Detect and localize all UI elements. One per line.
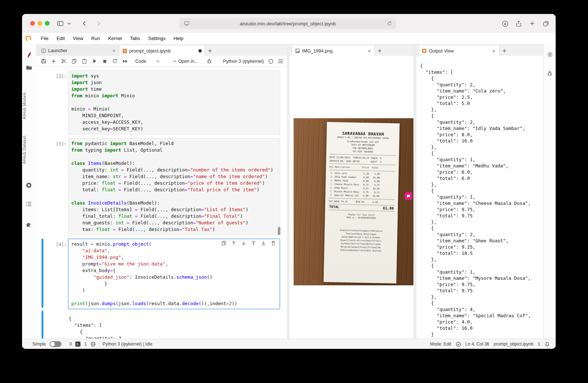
receipt-footer: Thanks For Your Visit BTW no : NL8609305…: [328, 213, 394, 220]
cursor-position[interactable]: Ln 4, Col 36: [466, 342, 490, 347]
extension-manager-icon[interactable]: [22, 221, 36, 228]
terminal-icon: $_: [75, 342, 80, 347]
image-icon: [295, 48, 300, 53]
chevron-down-icon[interactable]: [65, 19, 74, 28]
launcher-icon: [41, 48, 46, 53]
receipt-meta: DATE 21/04/2023 TIME16:45:24 TABLE 8 INV…: [329, 155, 395, 164]
close-icon[interactable]: ×: [112, 48, 116, 53]
share-icon[interactable]: [514, 19, 523, 28]
cell-output-collapser[interactable]: [42, 311, 43, 339]
browser-toolbar: aistudio.min.dev/lab/tree/prompt_object.…: [22, 14, 556, 33]
table-of-contents-icon[interactable]: [22, 201, 36, 207]
running-sessions-icon[interactable]: [22, 182, 36, 188]
cell-type-dropdown[interactable]: Code: [133, 58, 162, 65]
reload-icon[interactable]: [387, 21, 392, 26]
close-icon[interactable]: ×: [492, 48, 496, 54]
unsaved-changes-dot[interactable]: [198, 49, 202, 53]
close-window-button[interactable]: [30, 21, 35, 26]
scrollbar-thumb[interactable]: [278, 227, 280, 235]
run-cell-button[interactable]: [92, 58, 97, 64]
menu-help[interactable]: Help: [169, 33, 187, 44]
close-icon[interactable]: ×: [367, 48, 372, 54]
menu-tabs[interactable]: Tabs: [126, 33, 144, 44]
kernel-name[interactable]: Python 3 (ipykernel): [223, 59, 264, 64]
tab-notebook-label: prompt_object.ipynb: [129, 48, 171, 54]
new-tab-button[interactable]: [499, 46, 509, 56]
kernel-status-icon[interactable]: [268, 59, 273, 64]
notebook-content[interactable]: [2]: import sysimport jsonimport timefro…: [36, 67, 287, 339]
copy-cells-button[interactable]: [71, 58, 77, 64]
menu-edit[interactable]: Edit: [53, 33, 69, 44]
output-view-panel: Output View × { "items": [ { "quantity":…: [416, 44, 543, 339]
debugger-bug-icon[interactable]: [544, 71, 556, 76]
move-cell-down-icon[interactable]: [241, 241, 246, 246]
restart-kernel-button[interactable]: [112, 58, 118, 64]
tab-output-view[interactable]: Output View ×: [419, 46, 499, 56]
chevron-down-icon: [156, 59, 160, 63]
cell-editor[interactable]: import sysimport jsonimport timefrom min…: [68, 71, 280, 134]
open-in-dropdown[interactable]: Open in...: [173, 59, 198, 64]
run-all-cells-button[interactable]: [122, 59, 128, 64]
hamburger-menu-icon[interactable]: [278, 59, 283, 64]
menu-run[interactable]: Run: [87, 33, 104, 44]
download-icon[interactable]: [501, 19, 509, 28]
minimize-window-button[interactable]: [37, 21, 42, 26]
new-tab-icon[interactable]: [528, 19, 537, 28]
menu-view[interactable]: View: [69, 33, 87, 44]
notebook-mode-indicator[interactable]: Mode: Edit: [430, 342, 451, 347]
browser-window: aistudio.min.dev/lab/tree/prompt_object.…: [22, 14, 556, 349]
address-bar[interactable]: aistudio.min.dev/lab/tree/prompt_object.…: [179, 18, 396, 29]
image-content: SARAVANAA BHAVAN WORLD'S NO.1 INDIAN VEG…: [290, 56, 413, 339]
workspace: AIHub Models AIHub Dataset Launcher: [22, 44, 556, 339]
chevron-down-icon: [173, 59, 177, 63]
sidebar-toggle-icon[interactable]: [56, 19, 65, 28]
duplicate-cell-icon[interactable]: [221, 241, 226, 246]
kernel-status-text[interactable]: Python 3 (ipykernel) | Idle: [103, 342, 153, 347]
sidebar-item-aihub-dataset[interactable]: AIHub Dataset: [22, 133, 36, 167]
output-json-text: { "items": [ { "quantity": 2, "item_name…: [420, 63, 531, 337]
terminal-count[interactable]: 0: [69, 342, 72, 347]
cell-editor[interactable]: from pydantic import BaseModel, Fieldfro…: [68, 138, 280, 235]
menu-kernel[interactable]: Kernel: [104, 33, 126, 44]
menu-settings[interactable]: Settings: [144, 33, 169, 44]
code-cell-3[interactable]: [3]: from pydantic import BaseModel, Fie…: [36, 138, 287, 235]
notification-count[interactable]: 1: [538, 342, 540, 347]
insert-cell-below-icon[interactable]: [261, 241, 266, 246]
tab-notebook[interactable]: prompt_object.ipynb: [119, 46, 205, 56]
cut-cells-button[interactable]: [61, 58, 67, 64]
cell-editor[interactable]: result = minio.prompt_object( "ai-data",…: [68, 239, 280, 309]
new-tab-button[interactable]: [205, 46, 215, 56]
receipt-paper: SARAVANAA BHAVAN WORLD'S NO.1 INDIAN VEG…: [323, 122, 399, 283]
code-cell-4-active[interactable]: [4]: result = minio.prompt_object( "ai-d…: [36, 239, 287, 308]
comment-annotation-badge[interactable]: [405, 192, 412, 200]
file-browser-icon[interactable]: [22, 65, 36, 71]
bell-icon[interactable]: [545, 342, 550, 347]
execution-count: [4]:: [49, 242, 67, 247]
simple-mode-toggle[interactable]: [50, 341, 61, 347]
menu-file[interactable]: File: [37, 33, 53, 44]
url-text: aistudio.min.dev/lab/tree/prompt_object.…: [240, 21, 336, 26]
insert-cell-button[interactable]: [51, 59, 56, 64]
zoom-window-button[interactable]: [45, 21, 50, 26]
move-cell-up-icon[interactable]: [231, 241, 236, 246]
tab-image[interactable]: IMG_1994.png ×: [292, 46, 375, 56]
output-view-content[interactable]: { "items": [ { "quantity": 2, "item_name…: [416, 56, 543, 339]
delete-cell-icon[interactable]: [271, 241, 276, 246]
debugger-icon[interactable]: [207, 58, 212, 64]
tab-overview-icon[interactable]: [541, 19, 550, 28]
code-cell-2[interactable]: [2]: import sysimport jsonimport timefro…: [36, 71, 287, 134]
paste-cells-button[interactable]: [82, 58, 87, 64]
settings-gear-icon[interactable]: [544, 51, 556, 58]
kernel-count[interactable]: 1: [84, 342, 87, 347]
save-button[interactable]: [41, 58, 46, 64]
insert-cell-above-icon[interactable]: [251, 241, 256, 246]
tab-launcher[interactable]: Launcher ×: [38, 46, 119, 56]
forward-button[interactable]: [94, 19, 103, 28]
back-button[interactable]: [80, 19, 89, 28]
new-tab-button[interactable]: [375, 46, 384, 56]
comment-bubble-icon: [406, 194, 410, 198]
sidebar-item-aihub-models[interactable]: AIHub Models: [22, 89, 36, 123]
notebook-icon: [122, 48, 127, 54]
interrupt-kernel-button[interactable]: [102, 59, 107, 64]
right-sidebar: [543, 44, 556, 339]
